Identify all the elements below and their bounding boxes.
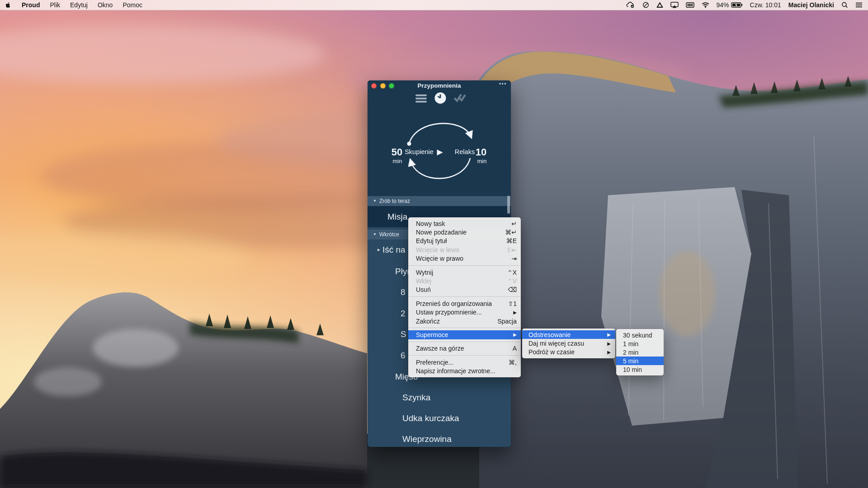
- submenu-item-odstresowanie[interactable]: Odstresowanie ▶: [522, 330, 615, 339]
- relax-unit: min: [477, 158, 487, 164]
- submenu-arrow-icon: ▶: [513, 332, 517, 337]
- cloud-sync-icon: [626, 2, 635, 8]
- menu-item-usun[interactable]: Usuń ⌫: [408, 286, 521, 294]
- window-toolbar: [368, 91, 511, 108]
- user-name: Maciej Olanicki: [788, 1, 834, 9]
- menu-edytuj[interactable]: Edytuj: [65, 0, 93, 10]
- spotlight-icon: [841, 2, 848, 8]
- menu-separator: [408, 328, 521, 328]
- menu-item-zawsze-na-gorze[interactable]: Zawsze na górze A: [408, 344, 521, 353]
- menu-separator: [408, 355, 521, 356]
- menu-item-wciecie-w-lewo: Wcięcie w lewo ⇧⇤: [408, 245, 521, 254]
- meter-menu-extra[interactable]: [682, 0, 698, 10]
- focus-unit: min: [393, 158, 402, 164]
- notification-center-icon: [855, 2, 863, 8]
- section-header-zrob-to-teraz[interactable]: ▼ Zrób to teraz: [368, 196, 511, 206]
- collapse-triangle-icon: ▼: [373, 230, 377, 239]
- airplay-icon: [670, 2, 679, 8]
- battery-percent: 94%: [717, 1, 729, 9]
- menu-icon[interactable]: [415, 94, 427, 104]
- menu-item-wytnij[interactable]: Wytnij ⌃X: [408, 268, 521, 277]
- overflow-button[interactable]: •••: [499, 81, 507, 87]
- app-menu-proud[interactable]: Proud: [17, 0, 45, 10]
- apple-menu[interactable]: [0, 0, 17, 10]
- menu-item-ustaw-przypomnienie[interactable]: Ustaw przypomnienie... ▶: [408, 308, 521, 317]
- cloud-sync-menu-extra[interactable]: [622, 0, 639, 10]
- menu-bar-clock: Czw. 10:01: [750, 1, 781, 9]
- completed-icon[interactable]: [453, 93, 467, 102]
- menu-item-nowy-task[interactable]: Nowy task ↵: [408, 219, 521, 228]
- task-row-wieprzowina[interactable]: Wieprzowina: [368, 429, 511, 447]
- focus-minutes: 50: [392, 146, 402, 158]
- menu-separator: [408, 342, 521, 342]
- do-not-disturb-icon: [642, 2, 649, 8]
- menu-separator: [408, 265, 521, 266]
- submenu-item-daj-mi-wiecej-czasu[interactable]: Daj mi więcej czasu ▶: [522, 339, 615, 347]
- menu-item-zakoncz[interactable]: Zakończ Spacja: [408, 317, 521, 325]
- submenu-item-1-min[interactable]: 1 min: [616, 339, 664, 348]
- do-not-disturb-menu-extra[interactable]: [639, 0, 653, 10]
- submenu-arrow-icon: ▶: [607, 341, 611, 346]
- submenu-item-5-min[interactable]: 5 min: [616, 357, 664, 365]
- menu-plik[interactable]: Plik: [45, 0, 65, 10]
- context-menu: Nowy task ↵ Nowe podzadanie ⌘↵ Edytuj ty…: [408, 217, 521, 377]
- menu-item-nowe-podzadanie[interactable]: Nowe podzadanie ⌘↵: [408, 228, 521, 236]
- submenu-arrow-icon: ▶: [607, 350, 611, 355]
- clock-menu-extra[interactable]: Czw. 10:01: [746, 0, 785, 10]
- supermoce-submenu: Odstresowanie ▶ Daj mi więcej czasu ▶ Po…: [522, 328, 615, 358]
- battery-menu-extra[interactable]: 94%: [713, 0, 746, 10]
- scrollbar-thumb[interactable]: [507, 196, 510, 214]
- menu-separator: [408, 296, 521, 297]
- meter-icon: [686, 2, 694, 8]
- duration-submenu: 30 sekund 1 min 2 min 5 min 10 min: [616, 329, 664, 375]
- menu-item-przenies-do-organizowania[interactable]: Przenieś do organizowania ⇧1: [408, 299, 521, 308]
- menu-item-preferencje[interactable]: Preferencje... ⌘,: [408, 358, 521, 366]
- task-row-szynka[interactable]: Szynka: [368, 387, 511, 408]
- menu-item-napisz-informacje-zwrotne[interactable]: Napisz informacje zwrotne...: [408, 366, 521, 375]
- menu-item-wciecie-w-prawo[interactable]: Wcięcie w prawo ⇥: [408, 254, 521, 263]
- submenu-arrow-icon: ▶: [607, 332, 611, 337]
- collapse-triangle-icon: ▼: [373, 196, 377, 206]
- drive-menu-extra[interactable]: [653, 0, 667, 10]
- spotlight-menu-extra[interactable]: [838, 0, 852, 10]
- drive-icon: [656, 2, 663, 8]
- menu-bar: Proud Plik Edytuj Okno Pomoc: [0, 0, 868, 10]
- airplay-menu-extra[interactable]: [667, 0, 682, 10]
- notification-center-menu-extra[interactable]: [852, 0, 868, 10]
- menu-item-wklej: Wklej ⌃V: [408, 277, 521, 285]
- submenu-item-10-min[interactable]: 10 min: [616, 365, 664, 374]
- user-menu-extra[interactable]: Maciej Olanicki: [785, 0, 838, 10]
- pomodoro-timer[interactable]: 50 min Skupienie ▶ Relaks 10 min: [368, 112, 511, 198]
- submenu-item-2-min[interactable]: 2 min: [616, 348, 664, 357]
- battery-icon: [731, 2, 743, 8]
- relax-label: Relaks: [455, 148, 475, 155]
- disclosure-triangle-icon[interactable]: ►: [377, 239, 381, 260]
- apple-icon: [5, 2, 12, 8]
- menu-pomoc[interactable]: Pomoc: [118, 0, 147, 10]
- timer-icon[interactable]: [434, 92, 447, 104]
- submenu-item-30-sekund[interactable]: 30 sekund: [616, 331, 664, 339]
- menu-item-supermoce[interactable]: Supermoce ▶: [408, 330, 521, 339]
- relax-minutes: 10: [476, 146, 486, 158]
- focus-label: Skupienie: [405, 148, 434, 155]
- wifi-icon: [702, 2, 709, 8]
- submenu-item-podroz-w-czasie[interactable]: Podróż w czasie ▶: [522, 348, 615, 357]
- window-title: Przypomnienia: [368, 82, 511, 89]
- play-icon[interactable]: ▶: [437, 147, 443, 157]
- menu-item-edytuj-tytul[interactable]: Edytuj tytuł ⌘E: [408, 237, 521, 245]
- wifi-menu-extra[interactable]: [698, 0, 713, 10]
- menu-okno[interactable]: Okno: [93, 0, 118, 10]
- task-row-udka-kurczaka[interactable]: Udka kurczaka: [368, 408, 511, 429]
- submenu-arrow-icon: ▶: [513, 310, 517, 315]
